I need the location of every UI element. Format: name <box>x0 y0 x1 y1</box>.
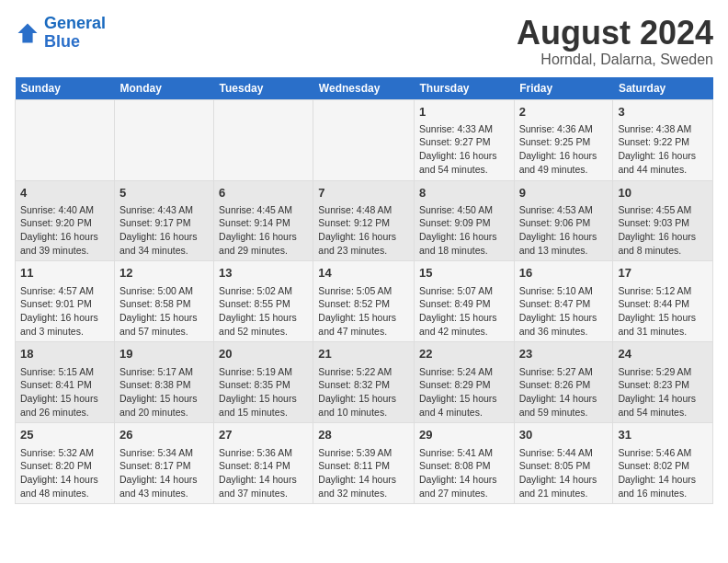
day-info: Sunrise: 5:00 AM Sunset: 8:58 PM Dayligh… <box>119 284 209 339</box>
day-info: Sunrise: 5:22 AM Sunset: 8:32 PM Dayligh… <box>318 365 409 419</box>
calendar-cell: 21Sunrise: 5:22 AM Sunset: 8:32 PM Dayli… <box>313 342 415 423</box>
day-number: 10 <box>618 185 708 201</box>
svg-marker-0 <box>18 23 38 42</box>
day-info: Sunrise: 4:43 AM Sunset: 9:17 PM Dayligh… <box>119 203 209 258</box>
day-number: 2 <box>519 104 609 121</box>
day-info: Sunrise: 4:33 AM Sunset: 9:27 PM Dayligh… <box>419 122 509 177</box>
calendar-cell: 4Sunrise: 4:40 AM Sunset: 9:20 PM Daylig… <box>16 180 115 261</box>
weekday-row: SundayMondayTuesdayWednesdayThursdayFrid… <box>16 77 713 100</box>
calendar-cell <box>313 99 415 180</box>
day-info: Sunrise: 4:45 AM Sunset: 9:14 PM Dayligh… <box>219 203 308 258</box>
calendar-cell: 24Sunrise: 5:29 AM Sunset: 8:23 PM Dayli… <box>613 342 713 423</box>
weekday-header-tuesday: Tuesday <box>214 77 313 100</box>
calendar-cell: 3Sunrise: 4:38 AM Sunset: 9:22 PM Daylig… <box>613 99 713 180</box>
calendar-cell: 25Sunrise: 5:32 AM Sunset: 8:20 PM Dayli… <box>16 423 115 504</box>
subtitle: Horndal, Dalarna, Sweden <box>517 52 713 68</box>
calendar-cell <box>16 99 115 180</box>
week-row-5: 25Sunrise: 5:32 AM Sunset: 8:20 PM Dayli… <box>16 423 713 504</box>
day-info: Sunrise: 5:24 AM Sunset: 8:29 PM Dayligh… <box>419 365 509 419</box>
calendar-cell <box>114 99 213 180</box>
day-number: 20 <box>219 346 308 362</box>
calendar-cell: 27Sunrise: 5:36 AM Sunset: 8:14 PM Dayli… <box>214 423 313 504</box>
day-number: 30 <box>519 427 609 443</box>
week-row-1: 1Sunrise: 4:33 AM Sunset: 9:27 PM Daylig… <box>16 99 713 180</box>
day-number: 16 <box>519 265 609 282</box>
calendar-cell: 22Sunrise: 5:24 AM Sunset: 8:29 PM Dayli… <box>414 342 514 423</box>
title-block: August 2024 Horndal, Dalarna, Sweden <box>517 15 713 68</box>
day-number: 24 <box>618 346 708 362</box>
day-number: 15 <box>419 265 509 282</box>
main-title: August 2024 <box>517 15 713 52</box>
day-info: Sunrise: 4:36 AM Sunset: 9:25 PM Dayligh… <box>519 122 609 177</box>
calendar-cell: 30Sunrise: 5:44 AM Sunset: 8:05 PM Dayli… <box>514 423 613 504</box>
calendar-cell: 23Sunrise: 5:27 AM Sunset: 8:26 PM Dayli… <box>514 342 613 423</box>
calendar-cell: 26Sunrise: 5:34 AM Sunset: 8:17 PM Dayli… <box>114 423 213 504</box>
day-info: Sunrise: 4:50 AM Sunset: 9:09 PM Dayligh… <box>419 203 509 258</box>
day-number: 23 <box>519 346 609 362</box>
calendar-cell: 28Sunrise: 5:39 AM Sunset: 8:11 PM Dayli… <box>313 423 415 504</box>
calendar-cell: 10Sunrise: 4:55 AM Sunset: 9:03 PM Dayli… <box>613 180 713 261</box>
day-info: Sunrise: 5:02 AM Sunset: 8:55 PM Dayligh… <box>219 284 308 339</box>
week-row-3: 11Sunrise: 4:57 AM Sunset: 9:01 PM Dayli… <box>16 261 713 342</box>
calendar-cell: 1Sunrise: 4:33 AM Sunset: 9:27 PM Daylig… <box>414 99 514 180</box>
calendar-cell: 13Sunrise: 5:02 AM Sunset: 8:55 PM Dayli… <box>214 261 313 342</box>
logo-text: General Blue <box>44 15 106 52</box>
day-number: 22 <box>419 346 509 362</box>
day-number: 31 <box>618 427 708 443</box>
day-number: 13 <box>219 265 308 282</box>
calendar-cell: 19Sunrise: 5:17 AM Sunset: 8:38 PM Dayli… <box>114 342 213 423</box>
day-info: Sunrise: 5:36 AM Sunset: 8:14 PM Dayligh… <box>219 446 308 500</box>
day-number: 25 <box>20 427 109 443</box>
calendar-cell: 6Sunrise: 4:45 AM Sunset: 9:14 PM Daylig… <box>214 180 313 261</box>
day-info: Sunrise: 5:17 AM Sunset: 8:38 PM Dayligh… <box>119 365 209 419</box>
day-number: 21 <box>318 346 409 362</box>
calendar-cell: 9Sunrise: 4:53 AM Sunset: 9:06 PM Daylig… <box>514 180 613 261</box>
logo-line2: Blue <box>44 32 80 51</box>
day-info: Sunrise: 5:15 AM Sunset: 8:41 PM Dayligh… <box>20 365 109 419</box>
day-info: Sunrise: 5:46 AM Sunset: 8:02 PM Dayligh… <box>618 446 708 500</box>
calendar-cell: 29Sunrise: 5:41 AM Sunset: 8:08 PM Dayli… <box>414 423 514 504</box>
calendar-cell: 18Sunrise: 5:15 AM Sunset: 8:41 PM Dayli… <box>16 342 115 423</box>
week-row-4: 18Sunrise: 5:15 AM Sunset: 8:41 PM Dayli… <box>16 342 713 423</box>
calendar-cell: 11Sunrise: 4:57 AM Sunset: 9:01 PM Dayli… <box>16 261 115 342</box>
calendar-cell: 5Sunrise: 4:43 AM Sunset: 9:17 PM Daylig… <box>114 180 213 261</box>
day-info: Sunrise: 5:34 AM Sunset: 8:17 PM Dayligh… <box>119 446 209 500</box>
day-info: Sunrise: 5:32 AM Sunset: 8:20 PM Dayligh… <box>20 446 109 500</box>
day-number: 6 <box>219 185 308 201</box>
day-number: 4 <box>20 185 109 201</box>
calendar-cell: 14Sunrise: 5:05 AM Sunset: 8:52 PM Dayli… <box>313 261 415 342</box>
day-info: Sunrise: 5:27 AM Sunset: 8:26 PM Dayligh… <box>519 365 609 419</box>
week-row-2: 4Sunrise: 4:40 AM Sunset: 9:20 PM Daylig… <box>16 180 713 261</box>
day-info: Sunrise: 5:10 AM Sunset: 8:47 PM Dayligh… <box>519 284 609 339</box>
page-header: General Blue August 2024 Horndal, Dalarn… <box>15 15 713 68</box>
calendar-cell: 12Sunrise: 5:00 AM Sunset: 8:58 PM Dayli… <box>114 261 213 342</box>
calendar-cell: 17Sunrise: 5:12 AM Sunset: 8:44 PM Dayli… <box>613 261 713 342</box>
day-info: Sunrise: 4:38 AM Sunset: 9:22 PM Dayligh… <box>618 122 708 177</box>
day-number: 27 <box>219 427 308 443</box>
day-info: Sunrise: 5:29 AM Sunset: 8:23 PM Dayligh… <box>618 365 708 419</box>
day-number: 12 <box>119 265 209 282</box>
calendar-cell <box>214 99 313 180</box>
day-number: 28 <box>318 427 409 443</box>
weekday-header-monday: Monday <box>114 77 213 100</box>
logo-icon <box>15 20 40 46</box>
day-number: 3 <box>618 104 708 121</box>
calendar-cell: 15Sunrise: 5:07 AM Sunset: 8:49 PM Dayli… <box>414 261 514 342</box>
day-info: Sunrise: 5:39 AM Sunset: 8:11 PM Dayligh… <box>318 446 409 500</box>
calendar-cell: 2Sunrise: 4:36 AM Sunset: 9:25 PM Daylig… <box>514 99 613 180</box>
day-number: 8 <box>419 185 509 201</box>
day-number: 14 <box>318 265 409 282</box>
calendar-cell: 7Sunrise: 4:48 AM Sunset: 9:12 PM Daylig… <box>313 180 415 261</box>
logo: General Blue <box>15 15 106 52</box>
day-info: Sunrise: 4:53 AM Sunset: 9:06 PM Dayligh… <box>519 203 609 258</box>
calendar-cell: 16Sunrise: 5:10 AM Sunset: 8:47 PM Dayli… <box>514 261 613 342</box>
day-number: 17 <box>618 265 708 282</box>
calendar-cell: 20Sunrise: 5:19 AM Sunset: 8:35 PM Dayli… <box>214 342 313 423</box>
day-info: Sunrise: 4:40 AM Sunset: 9:20 PM Dayligh… <box>20 203 109 258</box>
calendar-header: SundayMondayTuesdayWednesdayThursdayFrid… <box>16 77 713 100</box>
calendar-body: 1Sunrise: 4:33 AM Sunset: 9:27 PM Daylig… <box>16 99 713 504</box>
logo-line1: General <box>44 14 106 32</box>
day-info: Sunrise: 5:19 AM Sunset: 8:35 PM Dayligh… <box>219 365 308 419</box>
day-number: 11 <box>20 265 109 282</box>
weekday-header-thursday: Thursday <box>414 77 514 100</box>
